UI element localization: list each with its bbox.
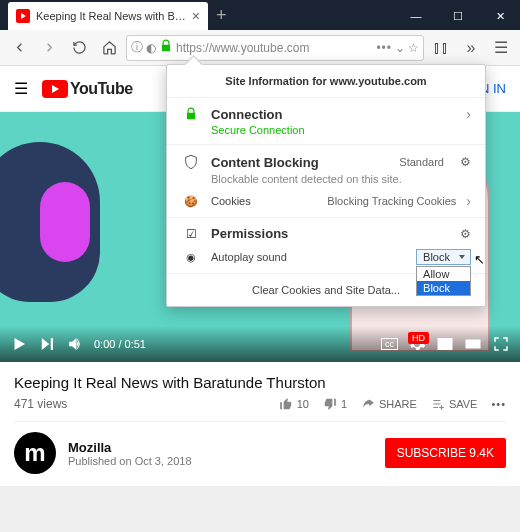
window-controls: — ☐ ✕: [396, 2, 520, 30]
youtube-logo-icon: [42, 80, 68, 98]
library-icon[interactable]: ⫿⫿: [428, 35, 454, 61]
svg-rect-1: [445, 344, 450, 348]
shield-icon: [181, 153, 201, 171]
tab-title: Keeping It Real News with Ba...: [36, 10, 186, 22]
cookies-row[interactable]: 🍪 Cookies Blocking Tracking Cookies ›: [181, 193, 471, 209]
url-bar[interactable]: ⓘ ◐ https://www.youtube.com ••• ⌄ ☆: [126, 35, 424, 61]
back-button[interactable]: [6, 35, 32, 61]
tracking-icon[interactable]: ◐: [146, 41, 156, 55]
home-button[interactable]: [96, 35, 122, 61]
cookies-label: Cookies: [211, 195, 317, 207]
youtube-favicon: [16, 9, 30, 23]
youtube-logo[interactable]: YouTube: [42, 80, 133, 98]
youtube-logo-text: YouTube: [70, 80, 133, 98]
autoplay-icon: ◉: [181, 251, 201, 264]
share-button[interactable]: SHARE: [361, 397, 417, 411]
autoplay-label: Autoplay sound: [211, 251, 406, 263]
permissions-title: Permissions: [211, 226, 450, 241]
popup-title: Site Information for www.youtube.com: [167, 65, 485, 97]
browser-toolbar: ⓘ ◐ https://www.youtube.com ••• ⌄ ☆ ⫿⫿ »…: [0, 30, 520, 66]
theater-button[interactable]: [464, 335, 482, 353]
select-value[interactable]: Block: [416, 249, 471, 265]
blocking-title: Content Blocking: [211, 155, 389, 170]
settings-button[interactable]: HD: [408, 335, 426, 353]
publish-date: Published on Oct 3, 2018: [68, 455, 373, 467]
connection-status: Secure Connection: [211, 124, 471, 136]
play-button[interactable]: [10, 335, 28, 353]
chevron-right-icon[interactable]: ›: [466, 193, 471, 209]
site-info-popup: Site Information for www.youtube.com Con…: [166, 64, 486, 307]
channel-name[interactable]: Mozilla: [68, 440, 373, 455]
window-minimize-button[interactable]: —: [396, 2, 436, 30]
more-button[interactable]: •••: [491, 398, 506, 410]
cookies-value: Blocking Tracking Cookies: [327, 195, 456, 207]
like-button[interactable]: 10: [279, 397, 309, 411]
url-text: https://www.youtube.com: [176, 41, 373, 55]
chevron-right-icon[interactable]: ›: [466, 106, 471, 122]
reload-button[interactable]: [66, 35, 92, 61]
overflow-icon[interactable]: »: [458, 35, 484, 61]
menu-icon[interactable]: ☰: [488, 35, 514, 61]
dislike-button[interactable]: 1: [323, 397, 347, 411]
svg-rect-2: [466, 340, 480, 348]
blocking-mode: Standard: [399, 156, 444, 168]
video-stats: 471 views 10 1 SHARE SAVE •••: [14, 397, 506, 422]
select-dropdown: Allow Block: [416, 266, 471, 296]
video-title: Keeping It Real News with Baratunde Thur…: [14, 374, 506, 391]
content-blocking-section: Content Blocking Standard ⚙ Blockable co…: [167, 144, 485, 217]
fullscreen-button[interactable]: [492, 335, 510, 353]
miniplayer-button[interactable]: [436, 335, 454, 353]
youtube-menu-icon[interactable]: ☰: [14, 79, 28, 98]
option-block[interactable]: Block: [417, 281, 470, 295]
page-actions-icon[interactable]: •••: [376, 41, 392, 55]
checklist-icon: ☑: [181, 227, 201, 241]
lock-icon[interactable]: [159, 38, 173, 57]
hd-badge: HD: [408, 332, 429, 344]
blocking-desc: Blockable content detected on this site.: [211, 173, 471, 185]
subscribe-button[interactable]: SUBSCRIBE 9.4K: [385, 438, 506, 468]
browser-tab[interactable]: Keeping It Real News with Ba... ×: [8, 2, 208, 30]
gear-icon[interactable]: ⚙: [460, 155, 471, 169]
video-metadata: Keeping It Real News with Baratunde Thur…: [0, 362, 520, 486]
cookie-icon: 🍪: [181, 195, 201, 208]
permissions-section: ☑ Permissions ⚙ ◉ Autoplay sound Block A…: [167, 217, 485, 273]
bookmark-icon[interactable]: ☆: [408, 41, 419, 55]
captions-button[interactable]: cc: [381, 338, 398, 350]
connection-section[interactable]: Connection › Secure Connection: [167, 97, 485, 144]
volume-button[interactable]: [66, 335, 84, 353]
window-maximize-button[interactable]: ☐: [438, 2, 478, 30]
window-close-button[interactable]: ✕: [480, 2, 520, 30]
save-button[interactable]: SAVE: [431, 397, 478, 411]
forward-button[interactable]: [36, 35, 62, 61]
gear-icon[interactable]: ⚙: [460, 227, 471, 241]
autoplay-row: ◉ Autoplay sound Block Allow Block ↖: [181, 249, 471, 265]
window-titlebar: Keeping It Real News with Ba... × + — ☐ …: [0, 0, 520, 30]
option-allow[interactable]: Allow: [417, 267, 470, 281]
site-info-icon[interactable]: ⓘ: [131, 39, 143, 56]
time-display: 0:00 / 0:51: [94, 338, 146, 350]
next-button[interactable]: [38, 335, 56, 353]
lock-icon: [181, 106, 201, 122]
connection-title: Connection: [211, 107, 456, 122]
cursor-icon: ↖: [474, 252, 485, 267]
player-controls: 0:00 / 0:51 cc HD: [0, 326, 520, 362]
autoplay-select[interactable]: Block Allow Block ↖: [416, 249, 471, 265]
tab-close-icon[interactable]: ×: [192, 8, 200, 24]
channel-row: m Mozilla Published on Oct 3, 2018 SUBSC…: [14, 422, 506, 474]
channel-avatar[interactable]: m: [14, 432, 56, 474]
pocket-icon[interactable]: ⌄: [395, 41, 405, 55]
view-count: 471 views: [14, 397, 67, 411]
new-tab-button[interactable]: +: [216, 5, 227, 26]
